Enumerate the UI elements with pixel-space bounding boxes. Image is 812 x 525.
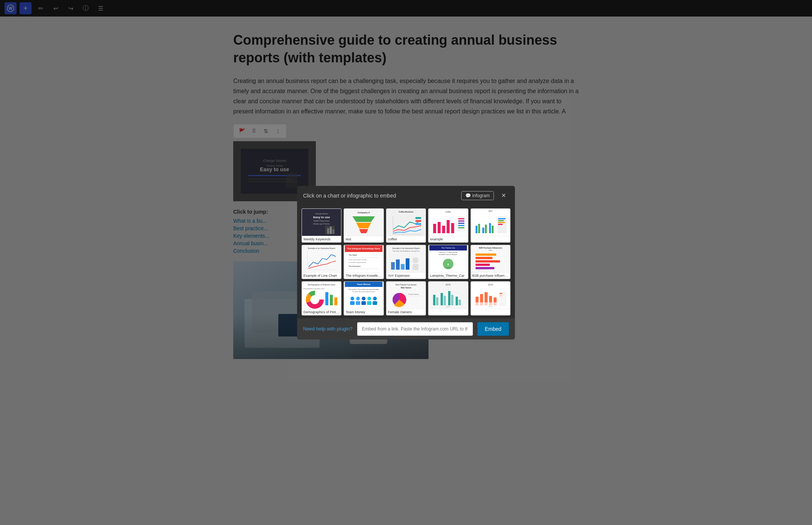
modal-overlay[interactable]: Click on a chart or infographic to embed… bbox=[0, 0, 812, 525]
grid-item-bar-light[interactable]: 2017 bbox=[471, 208, 510, 243]
grid-item-test[interactable]: Company A test bbox=[344, 208, 383, 243]
svg-text:Mobile Responsive: Mobile Responsive bbox=[314, 220, 329, 222]
grid-item-label: The Infogram Knowledge Base bbox=[344, 272, 383, 279]
svg-rect-46 bbox=[458, 218, 464, 219]
svg-rect-84 bbox=[396, 259, 400, 270]
svg-rect-102 bbox=[475, 260, 500, 262]
grid-item-q215-orange[interactable]: Q2'15 bbox=[471, 281, 510, 315]
svg-rect-50 bbox=[458, 227, 464, 228]
svg-rect-128 bbox=[373, 301, 377, 305]
grid-item-q215[interactable]: Q2'15 Q1'15 bbox=[428, 281, 468, 315]
svg-text:Change Stories: Change Stories bbox=[315, 213, 328, 215]
modal-grid-container[interactable]: Change Stories Easy to use Mobile Respon… bbox=[297, 205, 515, 318]
svg-rect-111 bbox=[325, 292, 328, 305]
svg-text:B2B Purchase Influencers: B2B Purchase Influencers bbox=[479, 247, 502, 249]
grid-item-team-money[interactable]: Team Money The problem: The medium growi… bbox=[344, 281, 383, 315]
grid-item-thumbnail: Example of an Interactive Report bbox=[302, 245, 341, 272]
svg-rect-35 bbox=[415, 217, 421, 219]
grid-item-label: example bbox=[429, 236, 468, 242]
svg-rect-61 bbox=[498, 220, 504, 221]
svg-text:The Execution: The Execution bbox=[349, 265, 361, 267]
embed-url-input[interactable] bbox=[357, 322, 473, 336]
svg-rect-150 bbox=[480, 294, 483, 302]
svg-rect-23 bbox=[327, 228, 329, 234]
grid-item-line-chart[interactable]: Example of an Interactive Report bbox=[302, 245, 341, 279]
svg-text:Q2'15: Q2'15 bbox=[446, 284, 451, 286]
grid-item-thumbnail: B2B Purchase Influencers 2015 bbox=[471, 245, 510, 272]
svg-rect-62 bbox=[498, 222, 505, 223]
svg-text:Example of an Interactive Repo: Example of an Interactive Report bbox=[392, 247, 420, 249]
svg-rect-63 bbox=[498, 224, 503, 225]
grid-item-thumbnail: Demographics of Pinterest Users Demograp… bbox=[302, 282, 341, 309]
grid-item-thumbnail: Team Money The problem: The medium growi… bbox=[344, 282, 383, 309]
svg-rect-155 bbox=[489, 302, 492, 305]
grid-item-b2b[interactable]: B2B Purchase Influencers 2015 B2B purcha… bbox=[471, 245, 510, 279]
svg-rect-139 bbox=[441, 293, 443, 305]
svg-text:consectetur adipiscing elit.: consectetur adipiscing elit. bbox=[349, 261, 367, 263]
svg-rect-40 bbox=[433, 224, 436, 233]
svg-rect-144 bbox=[459, 300, 461, 305]
svg-rect-141 bbox=[448, 291, 450, 305]
grid-item-example[interactable]: Coffee bbox=[428, 208, 468, 243]
svg-rect-44 bbox=[451, 223, 454, 233]
svg-text:There are 1.1 million poorly-: There are 1.1 million poorly- bbox=[439, 251, 457, 253]
svg-text:Demographics of pinteres users: Demographics of pinteres users bbox=[303, 288, 324, 290]
svg-rect-56 bbox=[485, 225, 487, 233]
svg-rect-160 bbox=[500, 295, 502, 296]
svg-text:is yours?: is yours? bbox=[446, 267, 450, 269]
svg-rect-53 bbox=[475, 226, 477, 233]
embed-button[interactable]: Embed bbox=[477, 322, 509, 336]
svg-rect-157 bbox=[494, 302, 497, 305]
svg-text:6: 6 bbox=[447, 263, 449, 266]
svg-rect-152 bbox=[484, 292, 488, 302]
svg-rect-112 bbox=[330, 295, 333, 305]
svg-rect-43 bbox=[447, 220, 450, 233]
grid-item-weebly[interactable]: Change Stories Easy to use Mobile Respon… bbox=[302, 208, 341, 243]
svg-rect-25 bbox=[332, 229, 334, 234]
grid-item-female-owners[interactable]: Most Popular Cat Names Male Owners Femal… bbox=[386, 281, 426, 315]
svg-rect-126 bbox=[367, 301, 372, 305]
svg-rect-151 bbox=[480, 302, 483, 305]
svg-rect-101 bbox=[475, 257, 492, 259]
modal-footer: Need help with plugin? Embed bbox=[297, 318, 515, 339]
grid-item-thumbnail: The Thermo Car There are 1.1 million poo… bbox=[429, 245, 468, 272]
svg-text:2017: 2017 bbox=[488, 210, 492, 212]
modal-title: Click on a chart or infographic to embed bbox=[303, 193, 396, 199]
grid-item-coffee[interactable]: Coffee Business bbox=[386, 208, 426, 243]
grid-item-yoy[interactable]: Example of an Interactive Report Year Ov… bbox=[386, 245, 426, 279]
svg-rect-60 bbox=[498, 218, 506, 219]
svg-text:Lorem ipsum dolor sit amet...: Lorem ipsum dolor sit amet... bbox=[349, 259, 368, 261]
svg-rect-37 bbox=[415, 223, 421, 225]
grid-item-thumbnail: Company A bbox=[344, 209, 383, 236]
svg-text:Q1'15: Q1'15 bbox=[489, 306, 492, 308]
svg-text:The Need: The Need bbox=[349, 254, 357, 256]
svg-text:Coffee Business: Coffee Business bbox=[398, 211, 413, 213]
svg-rect-88 bbox=[412, 264, 418, 270]
modal-close-button[interactable]: × bbox=[498, 190, 509, 201]
grid-item-pinterest[interactable]: Demographics of Pinterest Users Demograp… bbox=[302, 281, 341, 315]
svg-rect-153 bbox=[484, 302, 488, 305]
grid-item-label: YoY Expenses bbox=[386, 272, 426, 279]
svg-rect-49 bbox=[458, 225, 464, 226]
svg-rect-41 bbox=[438, 222, 441, 233]
svg-text:Q1'15: Q1'15 bbox=[447, 306, 450, 308]
svg-text:Example of an Interactive Repo: Example of an Interactive Report bbox=[308, 247, 335, 249]
svg-point-123 bbox=[362, 297, 366, 300]
svg-rect-54 bbox=[478, 224, 480, 233]
svg-text:Male Owners: Male Owners bbox=[401, 287, 411, 289]
modal-grid: Change Stories Easy to use Mobile Respon… bbox=[302, 208, 510, 315]
svg-text:Company A: Company A bbox=[358, 211, 370, 214]
grid-item-label bbox=[471, 309, 510, 311]
svg-rect-154 bbox=[489, 296, 492, 302]
svg-rect-113 bbox=[334, 297, 337, 305]
grid-item-thumbnail: Change Stories Easy to use Mobile Respon… bbox=[302, 209, 341, 236]
grid-item-thumbnail: Most Popular Cat Names Male Owners Femal… bbox=[386, 282, 426, 309]
svg-rect-47 bbox=[458, 220, 464, 222]
svg-text:Mobile app Themes: Mobile app Themes bbox=[313, 223, 330, 225]
svg-text:Easy to use: Easy to use bbox=[313, 216, 330, 219]
svg-text:insulated homes in Belgium.: insulated homes in Belgium. bbox=[439, 253, 457, 255]
grid-item-thermo[interactable]: The Thermo Car There are 1.1 million poo… bbox=[428, 245, 468, 279]
help-link[interactable]: Need help with plugin? bbox=[303, 326, 353, 332]
grid-item-infogram-kb[interactable]: The Infogram Knowledge Base The Need Lor… bbox=[344, 245, 383, 279]
svg-marker-28 bbox=[353, 216, 375, 222]
